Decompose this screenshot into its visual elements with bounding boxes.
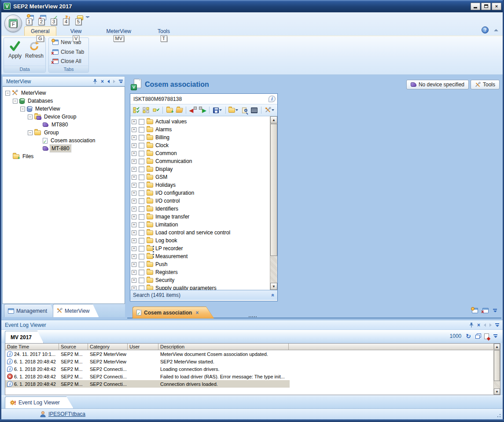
checkbox[interactable] [139,159,144,164]
copy-window-icon[interactable] [475,335,480,339]
close-panel-icon[interactable]: × [477,322,480,328]
category-row[interactable]: Common [132,149,277,157]
category-row[interactable]: Actual values [132,118,277,126]
pin-icon[interactable] [93,79,97,84]
checkbox[interactable] [139,174,144,180]
device-id-input[interactable] [133,96,269,102]
open-folder-button[interactable] [175,106,184,115]
category-row[interactable]: GSM [132,173,277,181]
category-row[interactable]: Push [132,260,277,268]
checkbox[interactable] [139,262,144,267]
panel-menu-icon[interactable] [119,80,123,83]
tab-meterview[interactable]: MeterViewMV [100,27,137,36]
column-description[interactable]: Description [158,344,289,350]
expand-icon[interactable] [132,143,136,148]
add-folder-button[interactable] [165,106,173,115]
logged-user-link[interactable]: IPESOFT\tbaca [48,411,85,417]
category-row[interactable]: Display [132,165,277,173]
checkbox[interactable] [139,167,144,172]
collapse-icon[interactable] [5,91,10,96]
category-row[interactable]: Holidays [132,181,277,189]
checkbox[interactable] [139,238,144,244]
refresh-button[interactable]: Refresh [25,39,44,64]
column-category[interactable]: Category [88,344,128,350]
save-button[interactable] [212,106,223,115]
qat-refresh-button[interactable]: ↻4 [64,14,72,22]
folder-options-button[interactable] [228,106,239,115]
checkbox[interactable] [139,135,144,141]
expand-icon[interactable] [132,254,136,259]
category-row[interactable]: I/O configuration [132,189,277,197]
new-document-tab-icon[interactable] [472,308,478,313]
no-device-button[interactable]: No device specified [406,80,469,89]
expand-icon[interactable] [132,238,136,243]
log-menu-icon[interactable] [493,334,497,338]
tree-item[interactable]: Files [3,152,125,160]
tab-tools[interactable]: ToolsT [151,27,176,36]
scroll-up-button[interactable]: ▲ [270,116,277,123]
scheduler-button[interactable] [250,106,258,115]
navigate-back-icon[interactable] [107,80,110,83]
category-row[interactable]: Load control and service control [132,229,277,237]
collapse-icon[interactable] [20,107,25,111]
expand-icon[interactable] [132,262,136,267]
navigate-forward-icon[interactable] [489,323,492,327]
search-bar[interactable]: Search (1491 items) « [130,290,277,300]
expand-icon[interactable] [132,215,136,219]
log-row[interactable]: i24. 11. 2017 10:1... SEP2 M... SEP2 Met… [5,350,500,358]
column-date-time[interactable]: Date Time [5,344,59,350]
log-row[interactable]: i6. 1. 2018 20:48:42 SEP2 M... SEP2 Conn… [5,365,500,373]
qat-close-tab-button[interactable]: 2 [39,14,47,22]
close-tab-button[interactable]: Close Tab [51,48,87,56]
collapse-ribbon-chevron[interactable] [494,29,498,31]
scroll-down-button[interactable]: ▼ [494,389,500,395]
checkbox[interactable] [139,285,144,290]
expand-icon[interactable] [132,191,136,196]
collapse-icon[interactable] [28,115,33,119]
tree-item-selected[interactable]: MT-880 [3,144,125,152]
apply-button[interactable]: Apply [6,39,24,64]
expand-icon[interactable] [132,119,136,124]
category-row[interactable]: Registers [132,268,277,276]
tree-item[interactable]: Databases [3,97,125,105]
export-log-icon[interactable] [484,333,489,339]
expand-icon[interactable] [132,278,136,283]
qat-apply-button[interactable]: ✓3 [52,14,59,22]
vertical-scrollbar[interactable]: ▲ ▼ [270,116,277,290]
scrollbar-thumb[interactable] [270,124,277,256]
checkbox[interactable] [139,143,144,148]
qat-options-button[interactable]: 5 [76,14,84,22]
tab-mv-2017[interactable]: MV 2017 [5,331,44,343]
checkbox[interactable] [139,230,144,236]
vertical-splitter[interactable] [153,246,155,258]
tools-menu-button[interactable] [264,106,276,115]
log-row-error[interactable]: ×6. 1. 2018 20:48:42 SEP2 M... SEP2 Conn… [5,373,500,380]
tab-view[interactable]: ViewV [64,27,88,36]
checkbox[interactable] [139,214,144,220]
close-document-tab-icon[interactable] [482,308,489,313]
expand-icon[interactable] [132,246,136,251]
checkbox[interactable] [139,190,144,196]
column-source[interactable]: Source [59,344,88,350]
search-document-button[interactable] [240,106,249,115]
category-row[interactable]: Alarms [132,126,277,133]
category-row[interactable]: Limitation [132,221,277,229]
expand-icon[interactable] [132,175,136,180]
tab-list-menu-icon[interactable] [493,309,497,312]
expand-icon[interactable] [132,151,136,156]
panel-menu-icon[interactable] [495,323,499,327]
checkbox[interactable] [139,270,144,275]
collapse-icon[interactable] [13,99,18,104]
uncheck-all-button[interactable] [142,106,150,115]
qat-customize-chevron[interactable] [86,16,89,23]
checkbox[interactable] [139,119,144,125]
collapse-chevron-icon[interactable]: « [270,294,276,297]
tab-management[interactable]: Management [4,304,56,317]
tab-cosem-association[interactable]: Cosem association × [132,307,214,318]
tab-general[interactable]: GeneralG [24,26,56,36]
collapse-icon[interactable] [28,130,33,135]
tab-meterview-panel[interactable]: MeterView [53,304,99,317]
category-row[interactable]: Security [132,276,277,284]
expand-icon[interactable] [132,270,136,275]
checkbox[interactable] [139,198,144,204]
